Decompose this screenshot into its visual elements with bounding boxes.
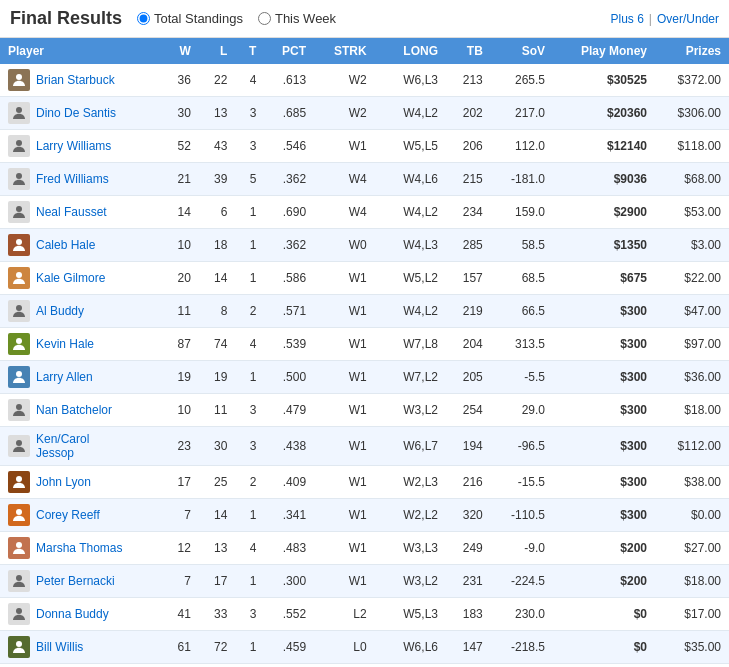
plus6-link[interactable]: Plus 6 [610, 12, 643, 26]
col-player: Player [0, 38, 162, 64]
tb: 194 [446, 427, 491, 466]
wins: 14 [162, 196, 199, 229]
long: W3,L3 [375, 532, 446, 565]
pct: .586 [264, 262, 314, 295]
ties: 1 [235, 196, 264, 229]
ties: 3 [235, 97, 264, 130]
ties: 3 [235, 394, 264, 427]
prizes: $112.00 [655, 427, 729, 466]
wins: 10 [162, 229, 199, 262]
player-name[interactable]: Fred Williams [36, 172, 109, 186]
player-name[interactable]: Brian Starbuck [36, 73, 115, 87]
table-row: Dino De Santis 30 13 3 .685 W2 W4,L2 202… [0, 97, 729, 130]
player-name[interactable]: Ken/Carol [36, 432, 89, 446]
player-name[interactable]: Neal Fausset [36, 205, 107, 219]
player-name[interactable]: Larry Williams [36, 139, 111, 153]
table-row: Paul Lilly 19 24 4 .447 L0 W5,L6 182 -67… [0, 664, 729, 668]
tb: 249 [446, 532, 491, 565]
player-name[interactable]: Kevin Hale [36, 337, 94, 351]
prizes: $27.00 [655, 532, 729, 565]
play-money: $200 [553, 565, 655, 598]
player-cell: Kevin Hale [0, 328, 162, 361]
player-name[interactable]: Bill Willis [36, 640, 83, 654]
svg-point-6 [16, 272, 22, 278]
long: W4,L2 [375, 196, 446, 229]
player-name[interactable]: Larry Allen [36, 370, 93, 384]
player-name[interactable]: Marsha Thomas [36, 541, 122, 555]
svg-point-3 [16, 173, 22, 179]
tb: 202 [446, 97, 491, 130]
prizes: $118.00 [655, 130, 729, 163]
player-cell: Neal Fausset [0, 196, 162, 229]
wins: 87 [162, 328, 199, 361]
streak: W4 [314, 196, 375, 229]
wins: 17 [162, 466, 199, 499]
wins: 12 [162, 532, 199, 565]
play-money: $300 [553, 499, 655, 532]
pct: .479 [264, 394, 314, 427]
prizes: $12.00 [655, 664, 729, 668]
player-name[interactable]: Dino De Santis [36, 106, 116, 120]
overunder-link[interactable]: Over/Under [657, 12, 719, 26]
player-name-2[interactable]: Jessop [36, 446, 89, 460]
wins: 7 [162, 565, 199, 598]
streak: L0 [314, 631, 375, 664]
sov: 159.0 [491, 196, 553, 229]
ties: 3 [235, 427, 264, 466]
tb: 219 [446, 295, 491, 328]
player-name[interactable]: Kale Gilmore [36, 271, 105, 285]
player-name[interactable]: John Lyon [36, 475, 91, 489]
wins: 10 [162, 394, 199, 427]
play-money: $9036 [553, 163, 655, 196]
player-cell: Brian Starbuck [0, 64, 162, 97]
prizes: $38.00 [655, 466, 729, 499]
ties: 4 [235, 532, 264, 565]
sov: -96.5 [491, 427, 553, 466]
svg-point-8 [16, 338, 22, 344]
losses: 19 [199, 361, 236, 394]
prizes: $36.00 [655, 361, 729, 394]
table-row: Corey Reeff 7 14 1 .341 W1 W2,L2 320 -11… [0, 499, 729, 532]
play-money: $300 [553, 295, 655, 328]
player-name[interactable]: Corey Reeff [36, 508, 100, 522]
player-cell: John Lyon [0, 466, 162, 499]
this-week-option[interactable]: This Week [258, 11, 336, 26]
streak: W1 [314, 565, 375, 598]
long: W5,L5 [375, 130, 446, 163]
ties: 1 [235, 361, 264, 394]
player-cell: Peter Bernacki [0, 565, 162, 598]
player-name[interactable]: Nan Batchelor [36, 403, 112, 417]
play-money: $300 [553, 427, 655, 466]
play-money: $0 [553, 631, 655, 664]
player-name[interactable]: Al Buddy [36, 304, 84, 318]
svg-point-14 [16, 542, 22, 548]
total-standings-option[interactable]: Total Standings [137, 11, 243, 26]
total-standings-radio[interactable] [137, 12, 150, 25]
svg-point-7 [16, 305, 22, 311]
table-row: Donna Buddy 41 33 3 .552 L2 W5,L3 183 23… [0, 598, 729, 631]
player-cell: Kale Gilmore [0, 262, 162, 295]
wins: 21 [162, 163, 199, 196]
player-name[interactable]: Donna Buddy [36, 607, 109, 621]
play-money: $20360 [553, 97, 655, 130]
tb: 254 [446, 394, 491, 427]
player-name[interactable]: Caleb Hale [36, 238, 95, 252]
losses: 25 [199, 466, 236, 499]
ties: 4 [235, 64, 264, 97]
svg-point-0 [16, 74, 22, 80]
tb: 205 [446, 361, 491, 394]
pct: .341 [264, 499, 314, 532]
this-week-radio[interactable] [258, 12, 271, 25]
player-name[interactable]: Peter Bernacki [36, 574, 115, 588]
streak: W1 [314, 532, 375, 565]
losses: 13 [199, 532, 236, 565]
play-money: $300 [553, 328, 655, 361]
pct: .546 [264, 130, 314, 163]
pct: .300 [264, 565, 314, 598]
player-cell: Larry Allen [0, 361, 162, 394]
tb: 213 [446, 64, 491, 97]
long: W4,L3 [375, 229, 446, 262]
table-row: Marsha Thomas 12 13 4 .483 W1 W3,L3 249 … [0, 532, 729, 565]
long: W6,L7 [375, 427, 446, 466]
prizes: $18.00 [655, 565, 729, 598]
